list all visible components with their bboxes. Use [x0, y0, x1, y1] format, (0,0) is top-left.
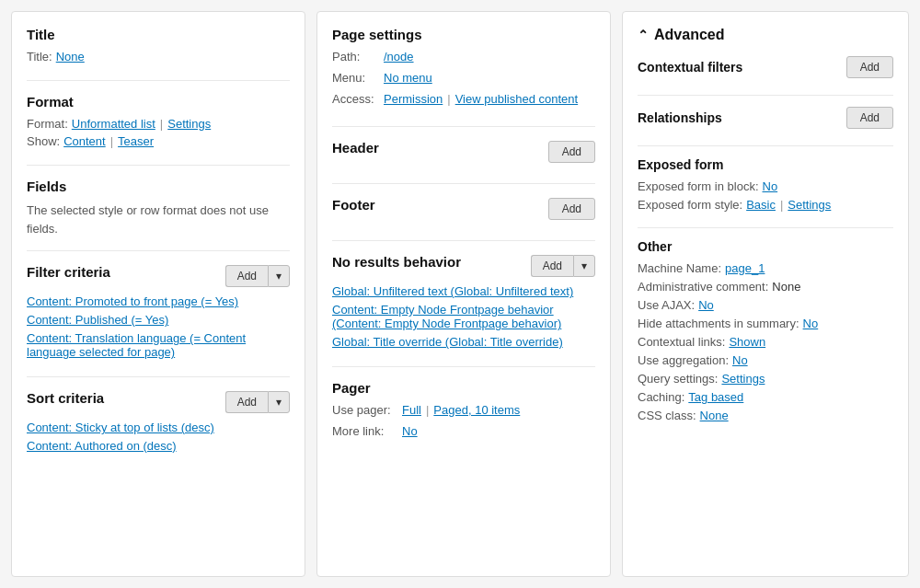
content-link[interactable]: Content — [63, 134, 106, 148]
sort-add-button[interactable]: Add — [225, 391, 268, 413]
other-row-3: Hide attachments in summary:No — [638, 317, 893, 330]
show-label: Show: — [27, 134, 60, 148]
format-heading: Format — [27, 94, 290, 110]
sort-add-group: Add ▾ — [225, 391, 290, 413]
footer-heading: Footer — [332, 197, 375, 213]
filter-criteria-section: Filter criteria Add ▾ Content: Promoted … — [27, 264, 290, 377]
other-value-link-4[interactable]: Shown — [729, 335, 765, 349]
other-row-0: Machine Name:page_1 — [638, 261, 893, 275]
no-results-caret[interactable]: ▾ — [573, 255, 595, 277]
format-value-link[interactable]: Unformatted list — [72, 117, 155, 131]
relationships-add-button[interactable]: Add — [846, 107, 893, 129]
no-results-heading: No results behavior — [332, 254, 461, 270]
sort-heading: Sort criteria — [27, 390, 104, 406]
fields-section: Fields The selected style or row format … — [27, 179, 290, 251]
filter-add-caret[interactable]: ▾ — [268, 265, 290, 287]
other-label-7: Caching: — [638, 390, 684, 404]
access-label: Access: — [332, 92, 378, 106]
no-results-link-1[interactable]: Content: Empty Node Frontpage behavior (… — [332, 303, 595, 330]
exposed-form-section: Exposed form Exposed form in block: No E… — [638, 157, 893, 228]
other-title: Other — [638, 239, 893, 254]
path-label: Path: — [332, 50, 378, 63]
format-settings-link[interactable]: Settings — [167, 117, 211, 131]
other-row-1: Administrative comment:None — [638, 280, 893, 294]
title-heading: Title — [27, 27, 290, 42]
path-value[interactable]: /node — [384, 50, 414, 63]
other-value-link-2[interactable]: No — [698, 298, 714, 312]
filter-link-0[interactable]: Content: Promoted to front page (= Yes) — [27, 294, 290, 308]
exp-settings-link[interactable]: Settings — [788, 198, 831, 212]
filter-add-button[interactable]: Add — [225, 265, 268, 287]
show-sep: | — [110, 134, 113, 148]
in-block-value[interactable]: No — [763, 179, 778, 193]
advanced-title: Advanced — [654, 27, 724, 43]
footer-add-button[interactable]: Add — [548, 198, 595, 220]
collapse-icon[interactable]: ⌃ — [638, 28, 649, 42]
sort-add-caret[interactable]: ▾ — [268, 391, 290, 413]
title-value-link[interactable]: None — [56, 50, 85, 63]
header-section: Header Add — [332, 140, 595, 184]
more-link-value[interactable]: No — [402, 424, 418, 438]
sort-link-1[interactable]: Content: Authored on (desc) — [27, 439, 290, 453]
left-panel: Title Title: None Format Format: Unforma… — [11, 11, 305, 577]
other-row-6: Query settings:Settings — [638, 372, 893, 386]
exposed-form-title: Exposed form — [638, 157, 893, 172]
other-row-5: Use aggregation:No — [638, 353, 893, 367]
middle-panel: Page settings Path: /node Menu: No menu … — [316, 11, 611, 577]
basic-link[interactable]: Basic — [746, 198, 776, 212]
menu-value[interactable]: No menu — [384, 71, 432, 85]
no-results-section: No results behavior Add ▾ Global: Unfilt… — [332, 254, 595, 367]
page-settings-heading: Page settings — [332, 27, 595, 42]
other-label-8: CSS class: — [638, 409, 696, 422]
other-label-0: Machine Name: — [638, 261, 721, 275]
fields-description: The selected style or row format does no… — [27, 202, 290, 237]
other-row-8: CSS class:None — [638, 409, 893, 422]
sort-link-0[interactable]: Content: Sticky at top of lists (desc) — [27, 421, 290, 434]
more-link-label: More link: — [332, 424, 397, 438]
other-value-link-0[interactable]: page_1 — [725, 261, 765, 275]
other-value-link-6[interactable]: Settings — [721, 372, 765, 386]
page-settings-section: Page settings Path: /node Menu: No menu … — [332, 27, 595, 127]
other-row-4: Contextual links:Shown — [638, 335, 893, 349]
permission-link[interactable]: Permission — [384, 92, 443, 106]
format-label: Format: — [27, 117, 68, 131]
view-published-link[interactable]: View published content — [455, 92, 578, 106]
other-value-link-3[interactable]: No — [803, 317, 819, 330]
filter-link-2[interactable]: Content: Translation language (= Content… — [27, 331, 290, 359]
contextual-filters-title: Contextual filters — [638, 60, 742, 75]
in-block-label: Exposed form in block: — [638, 179, 759, 193]
other-value-link-8[interactable]: None — [700, 409, 729, 422]
relationships-section: Relationships Add — [638, 107, 893, 146]
menu-label: Menu: — [332, 71, 378, 85]
filter-link-1[interactable]: Content: Published (= Yes) — [27, 313, 290, 327]
use-pager-label: Use pager: — [332, 403, 397, 417]
access-sep: | — [447, 92, 450, 106]
other-value-1: None — [772, 280, 800, 294]
other-section: Other Machine Name:page_1Administrative … — [638, 239, 893, 438]
other-label-1: Administrative comment: — [638, 280, 768, 294]
pager-sep: | — [426, 403, 429, 417]
footer-section: Footer Add — [332, 197, 595, 241]
sort-criteria-section: Sort criteria Add ▾ Content: Sticky at t… — [27, 390, 290, 470]
other-label-6: Query settings: — [638, 372, 718, 386]
other-label-2: Use AJAX: — [638, 298, 695, 312]
format-section: Format Format: Unformatted list | Settin… — [27, 94, 290, 166]
title-label: Title: — [27, 50, 52, 63]
pager-section: Pager Use pager: Full | Paged, 10 items … — [332, 380, 595, 458]
other-row-7: Caching:Tag based — [638, 390, 893, 404]
no-results-link-0[interactable]: Global: Unfiltered text (Global: Unfilte… — [332, 284, 595, 298]
no-results-add-group: Add ▾ — [531, 255, 595, 277]
no-results-link-2[interactable]: Global: Title override (Global: Title ov… — [332, 335, 595, 349]
full-link[interactable]: Full — [402, 403, 421, 417]
format-sep: | — [160, 117, 163, 131]
pager-heading: Pager — [332, 380, 595, 396]
other-value-link-7[interactable]: Tag based — [688, 390, 743, 404]
paged-link[interactable]: Paged, 10 items — [433, 403, 520, 417]
header-add-button[interactable]: Add — [548, 141, 595, 163]
filter-add-group: Add ▾ — [225, 265, 290, 287]
teaser-link[interactable]: Teaser — [118, 134, 154, 148]
no-results-add-button[interactable]: Add — [531, 255, 573, 277]
title-section: Title Title: None — [27, 27, 290, 81]
other-value-link-5[interactable]: No — [732, 353, 748, 367]
contextual-filters-add-button[interactable]: Add — [846, 56, 893, 78]
